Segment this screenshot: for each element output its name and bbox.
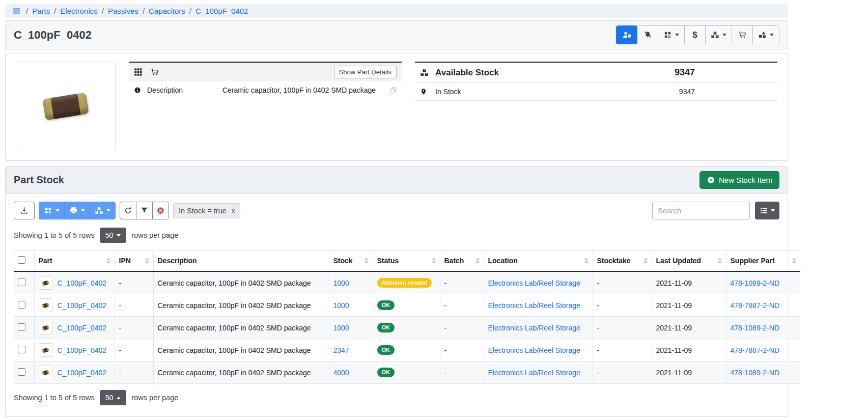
part-link[interactable]: C_100pF_0402: [58, 346, 107, 354]
supplier-part-link[interactable]: 478-7887-2-ND: [731, 346, 780, 354]
boxes-icon: [95, 206, 103, 215]
reload-button[interactable]: [120, 202, 136, 219]
sort-icon[interactable]: [429, 258, 436, 264]
description-label: Description: [147, 86, 222, 94]
order-part-button[interactable]: [732, 25, 753, 44]
part-link[interactable]: C_100pF_0402: [58, 324, 107, 332]
stock-link[interactable]: 2347: [333, 346, 349, 354]
select-all-checkbox[interactable]: [18, 256, 25, 264]
sort-icon[interactable]: [361, 258, 369, 264]
location-link[interactable]: Electronics Lab/Reel Storage: [488, 369, 580, 377]
table-row: C_100pF_0402 - Ceramic capacitor, 100pF …: [14, 339, 800, 362]
breadcrumb-separator: /: [102, 7, 104, 15]
row-checkbox[interactable]: [18, 346, 25, 353]
row-checkbox[interactable]: [18, 323, 25, 331]
remove-filter-icon[interactable]: x: [232, 207, 235, 214]
unsubscribe-notifications-button[interactable]: [637, 25, 658, 44]
stock-link[interactable]: 4000: [333, 369, 349, 377]
breadcrumb-item-capacitors[interactable]: Capacitors: [149, 7, 185, 15]
part-link[interactable]: C_100pF_0402: [58, 279, 107, 287]
sort-icon[interactable]: [715, 258, 722, 264]
available-stock-header: Available Stock 9347: [415, 63, 777, 83]
last-updated-cell: 2021-11-09: [652, 362, 726, 384]
location-link[interactable]: Electronics Lab/Reel Storage: [488, 279, 580, 287]
filter-button[interactable]: [136, 202, 153, 219]
col-location[interactable]: Location: [488, 257, 518, 265]
part-actions-button[interactable]: [752, 25, 779, 44]
supplier-part-link[interactable]: 478-1089-2-ND: [731, 324, 780, 332]
part-overview-card: Show Part Details Description Ceramic ca…: [5, 53, 788, 161]
status-badge: OK: [377, 368, 395, 377]
filter-chip-in-stock[interactable]: In Stock = true x: [173, 203, 240, 218]
grid-icon: [134, 68, 143, 76]
supplier-part-link[interactable]: 478-7887-2-ND: [731, 301, 780, 310]
table-row: C_100pF_0402 - Ceramic capacitor, 100pF …: [14, 317, 800, 339]
sort-icon[interactable]: [472, 258, 480, 264]
shopping-cart-icon: [738, 31, 747, 39]
part-link[interactable]: C_100pF_0402: [58, 369, 107, 377]
breadcrumb-item-parts[interactable]: Parts: [32, 7, 50, 15]
barcode-actions-button[interactable]: [658, 25, 685, 44]
user-shield-icon: [623, 31, 631, 39]
print-actions-button[interactable]: [64, 202, 90, 219]
sort-icon[interactable]: [581, 258, 589, 264]
row-checkbox[interactable]: [18, 368, 25, 376]
description-cell: Ceramic capacitor, 100pF in 0402 SMD pac…: [153, 362, 329, 384]
caret-down-icon: [117, 234, 121, 237]
sort-icon[interactable]: [789, 258, 796, 264]
supplier-part-link[interactable]: 478-1089-2-ND: [731, 279, 780, 287]
col-supplier-part[interactable]: Supplier Part: [731, 257, 775, 265]
col-description[interactable]: Description: [158, 257, 197, 265]
col-last-updated[interactable]: Last Updated: [656, 257, 702, 265]
row-checkbox[interactable]: [18, 279, 25, 286]
menu-icon[interactable]: [12, 7, 21, 15]
export-button[interactable]: [14, 202, 35, 219]
page-size-dropdown[interactable]: 50: [100, 228, 127, 243]
description-value: Ceramic capacitor, 100pF in 0402 SMD pac…: [222, 86, 389, 94]
location-link[interactable]: Electronics Lab/Reel Storage: [488, 301, 580, 310]
barcode-scan-button[interactable]: [39, 202, 65, 219]
breadcrumb-item-passives[interactable]: Passives: [108, 7, 138, 15]
stock-link[interactable]: 1000: [333, 324, 349, 332]
clear-filters-button[interactable]: [152, 202, 169, 219]
row-checkbox[interactable]: [18, 301, 25, 309]
new-stock-item-button[interactable]: New Stock Item: [699, 171, 779, 189]
location-link[interactable]: Electronics Lab/Reel Storage: [488, 324, 580, 332]
show-part-details-button[interactable]: Show Part Details: [334, 66, 397, 78]
stock-table: Part IPN Description Stock Status Batch …: [14, 250, 800, 384]
part-details-panel: Show Part Details Description Ceramic ca…: [129, 62, 402, 152]
breadcrumb-item-part[interactable]: C_100pF_0402: [195, 7, 248, 15]
last-updated-cell: 2021-11-09: [652, 339, 726, 362]
page-size-dropdown[interactable]: 50: [100, 390, 127, 405]
stock-options-button[interactable]: [90, 202, 116, 219]
description-cell: Ceramic capacitor, 100pF in 0402 SMD pac…: [153, 339, 329, 362]
breadcrumb-item-electronics[interactable]: Electronics: [60, 7, 97, 15]
part-link[interactable]: C_100pF_0402: [58, 301, 107, 310]
search-input[interactable]: [652, 202, 750, 219]
caret-up-icon: [117, 397, 121, 399]
stocktake-cell: -: [593, 362, 652, 384]
stock-actions-button[interactable]: [705, 25, 732, 44]
col-stocktake[interactable]: Stocktake: [597, 257, 631, 265]
pricing-button[interactable]: $: [684, 25, 706, 44]
col-stock[interactable]: Stock: [333, 257, 353, 265]
part-thumbnail: [39, 298, 52, 312]
stock-link[interactable]: 1000: [333, 279, 349, 287]
col-part[interactable]: Part: [39, 257, 52, 265]
user-roles-button[interactable]: [616, 25, 637, 44]
location-link[interactable]: Electronics Lab/Reel Storage: [488, 346, 580, 354]
column-select-button[interactable]: [755, 202, 779, 219]
part-image[interactable]: [16, 62, 116, 151]
col-ipn[interactable]: IPN: [119, 257, 131, 265]
col-status[interactable]: Status: [377, 257, 399, 265]
supplier-part-link[interactable]: 478-1089-2-ND: [731, 369, 780, 377]
caret-down-icon: [675, 34, 679, 36]
part-stock-title: Part Stock: [14, 174, 64, 186]
col-batch[interactable]: Batch: [444, 257, 464, 265]
page: / Parts / Electronics / Passives / Capac…: [0, 0, 788, 417]
stock-link[interactable]: 1000: [333, 301, 349, 310]
sort-icon[interactable]: [103, 258, 110, 264]
sort-icon[interactable]: [640, 258, 648, 264]
copy-icon[interactable]: [389, 87, 397, 94]
sort-icon[interactable]: [142, 258, 149, 264]
